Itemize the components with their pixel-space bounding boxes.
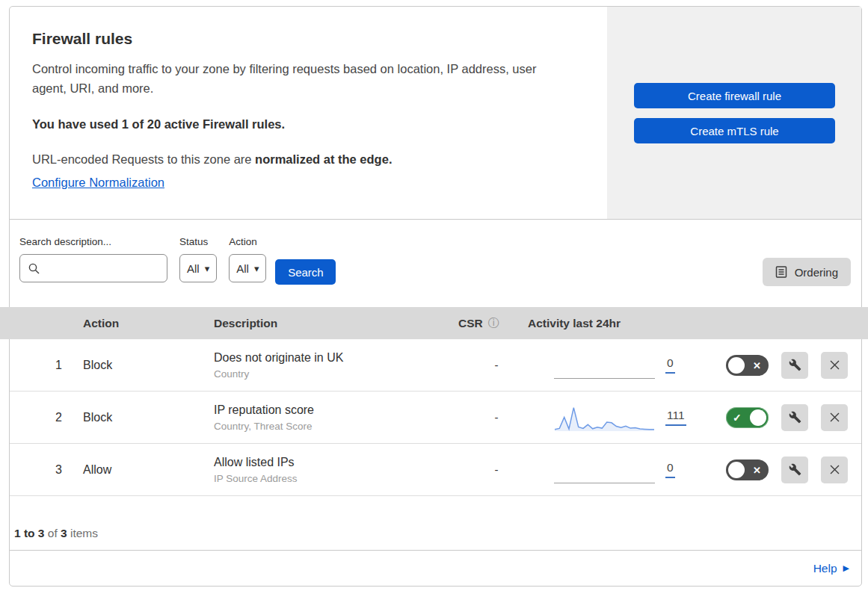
status-label: Status bbox=[179, 236, 217, 247]
row-description-cell: Allow listed IPs IP Source Address bbox=[214, 456, 458, 484]
rule-enabled-toggle[interactable]: ✕ bbox=[726, 355, 769, 376]
row-controls: ✓ bbox=[722, 404, 861, 431]
configure-normalization-link[interactable]: Configure Normalization bbox=[32, 176, 164, 190]
rules-table-body: 1 Block Does not originate in UK Country… bbox=[10, 339, 861, 496]
row-activity-cell: 0 bbox=[524, 456, 722, 483]
action-select[interactable]: All ▾ bbox=[229, 254, 266, 282]
table-row: 1 Block Does not originate in UK Country… bbox=[10, 339, 861, 392]
wrench-icon bbox=[789, 411, 801, 424]
wrench-icon bbox=[789, 463, 801, 476]
search-label: Search description... bbox=[19, 236, 167, 247]
create-mtls-rule-button[interactable]: Create mTLS rule bbox=[634, 118, 835, 143]
search-description-input[interactable] bbox=[46, 262, 159, 274]
usage-note: You have used 1 of 20 active Firewall ru… bbox=[32, 117, 577, 131]
status-select[interactable]: All ▾ bbox=[179, 254, 217, 282]
toggle-knob bbox=[728, 462, 745, 478]
row-action: Block bbox=[83, 411, 214, 424]
activity-sparkline bbox=[554, 456, 655, 483]
ordering-button[interactable]: Ordering bbox=[763, 258, 851, 286]
edit-rule-button[interactable] bbox=[781, 457, 808, 483]
intro-section: Firewall rules Control incoming traffic … bbox=[10, 7, 607, 219]
action-group: Action All ▾ bbox=[229, 236, 266, 282]
items-count: 1 to 3 of 3 items bbox=[10, 496, 861, 550]
close-icon bbox=[829, 359, 840, 371]
ordering-icon bbox=[775, 266, 787, 278]
row-description-cell: Does not originate in UK Country bbox=[214, 351, 458, 380]
search-icon bbox=[28, 262, 40, 275]
search-button[interactable]: Search bbox=[275, 259, 336, 285]
row-csr: - bbox=[458, 411, 524, 424]
close-icon bbox=[829, 464, 840, 475]
row-priority: 1 bbox=[10, 359, 83, 372]
activity-count-link[interactable]: 0 bbox=[665, 461, 675, 478]
x-icon: ✕ bbox=[753, 464, 761, 475]
activity-count-link[interactable]: 111 bbox=[665, 409, 686, 426]
table-row: 2 Block IP reputation score Country, Thr… bbox=[10, 392, 861, 444]
row-controls: ✕ bbox=[722, 457, 861, 483]
column-action: Action bbox=[83, 317, 214, 330]
filter-bar: Search description... Status All ▾ Actio… bbox=[10, 220, 861, 307]
toggle-knob bbox=[728, 357, 745, 374]
row-criteria: Country, Threat Score bbox=[214, 421, 458, 432]
info-icon[interactable]: ⓘ bbox=[488, 316, 499, 330]
chevron-down-icon: ▾ bbox=[254, 263, 259, 274]
row-controls: ✕ bbox=[722, 352, 861, 379]
table-header: Action Description CSR ⓘ Activity last 2… bbox=[0, 307, 868, 339]
row-csr: - bbox=[458, 463, 524, 476]
create-firewall-rule-button[interactable]: Create firewall rule bbox=[634, 83, 835, 108]
help-link[interactable]: Help ▶ bbox=[813, 562, 849, 575]
row-description: Does not originate in UK bbox=[214, 351, 458, 365]
delete-rule-button[interactable] bbox=[821, 457, 848, 483]
toggle-knob bbox=[750, 409, 766, 426]
search-box[interactable] bbox=[19, 254, 167, 282]
search-group: Search description... bbox=[19, 236, 167, 282]
delete-rule-button[interactable] bbox=[821, 352, 848, 379]
activity-sparkline bbox=[554, 351, 655, 379]
row-priority: 3 bbox=[10, 463, 83, 477]
firewall-rules-panel: Firewall rules Control incoming traffic … bbox=[9, 6, 862, 587]
close-icon bbox=[829, 412, 840, 423]
chevron-down-icon: ▾ bbox=[205, 263, 210, 274]
x-icon: ✕ bbox=[753, 359, 761, 371]
activity-sparkline bbox=[554, 403, 655, 433]
top-section: Firewall rules Control incoming traffic … bbox=[10, 7, 861, 220]
column-csr: CSR ⓘ bbox=[458, 316, 524, 330]
page-title: Firewall rules bbox=[32, 30, 577, 48]
actions-panel: Create firewall rule Create mTLS rule bbox=[607, 7, 861, 219]
delete-rule-button[interactable] bbox=[821, 404, 848, 431]
row-criteria: IP Source Address bbox=[214, 473, 458, 484]
edit-rule-button[interactable] bbox=[781, 404, 808, 431]
row-activity-cell: 111 bbox=[524, 403, 722, 433]
check-icon: ✓ bbox=[733, 412, 742, 424]
wrench-icon bbox=[789, 359, 801, 371]
rule-enabled-toggle[interactable]: ✓ bbox=[726, 407, 769, 428]
rule-enabled-toggle[interactable]: ✕ bbox=[726, 460, 769, 480]
activity-count-link[interactable]: 0 bbox=[665, 356, 675, 374]
edit-rule-button[interactable] bbox=[781, 352, 808, 379]
normalization-note: URL-encoded Requests to this zone are no… bbox=[32, 152, 577, 167]
row-csr: - bbox=[458, 359, 524, 371]
table-row: 3 Allow Allow listed IPs IP Source Addre… bbox=[10, 444, 861, 496]
row-action: Block bbox=[83, 359, 214, 372]
column-description: Description bbox=[214, 317, 458, 330]
row-criteria: Country bbox=[214, 368, 458, 380]
column-activity: Activity last 24hr bbox=[524, 317, 722, 330]
row-activity-cell: 0 bbox=[524, 351, 722, 379]
arrow-right-icon: ▶ bbox=[843, 563, 849, 573]
action-label: Action bbox=[229, 236, 266, 247]
row-action: Allow bbox=[83, 463, 214, 477]
row-priority: 2 bbox=[10, 411, 83, 424]
status-group: Status All ▾ bbox=[179, 236, 217, 282]
row-description: IP reputation score bbox=[214, 403, 458, 417]
row-description: Allow listed IPs bbox=[214, 456, 458, 469]
page-description: Control incoming traffic to your zone by… bbox=[32, 59, 563, 98]
help-bar: Help ▶ bbox=[10, 550, 861, 586]
row-description-cell: IP reputation score Country, Threat Scor… bbox=[214, 403, 458, 432]
